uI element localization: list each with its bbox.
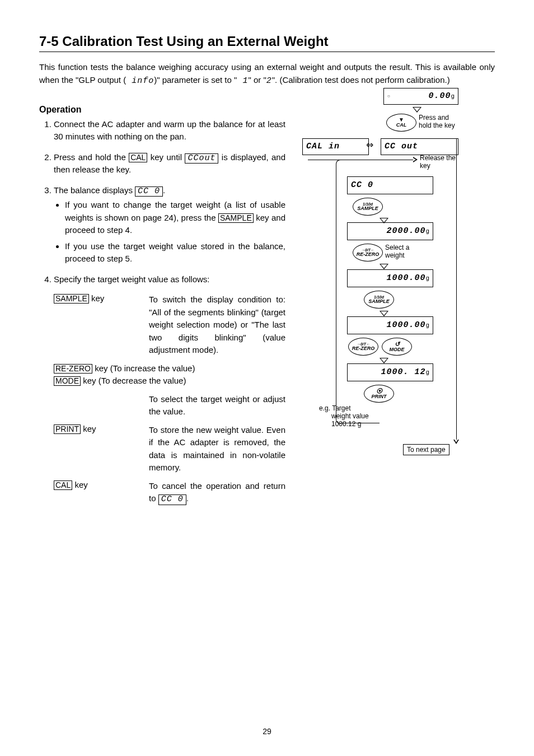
- page-title: 7-5 Calibration Test Using an External W…: [39, 34, 495, 49]
- step-4: Specify the target weight value as follo…: [54, 273, 285, 286]
- lcd-cal-in: CAL in: [302, 138, 369, 155]
- print-label: PRINT: [372, 394, 387, 399]
- swap-arrow-icon: ⇔: [366, 141, 373, 150]
- cal-suffix: key: [72, 480, 88, 489]
- arrow-right-icon: [413, 157, 418, 162]
- rezero-button-2[interactable]: →0/T← RE-ZERO: [348, 338, 378, 356]
- lcd-cc-out-val: CC out: [385, 142, 455, 151]
- cal-desc-b: .: [186, 493, 189, 503]
- intro-paragraph: This function tests the balance weighing…: [39, 60, 495, 88]
- rezero-button-1[interactable]: →0/T← RE-ZERO: [353, 244, 383, 262]
- intro-text-3: " or ": [248, 75, 266, 85]
- print-button[interactable]: ⦿ PRINT: [364, 385, 394, 403]
- step-2-text-b: key until: [147, 152, 185, 162]
- step-3-dot: .: [163, 185, 165, 195]
- lcd-100012: 1000. 12 g: [347, 363, 433, 381]
- lcd-cc-out: CC out: [381, 138, 458, 155]
- arrow-down-icon: [413, 107, 421, 113]
- lcd-100012-val: 1000. 12: [351, 367, 425, 377]
- rezero-suffix: key (To increase the value): [92, 363, 195, 373]
- arrow-d5: [380, 358, 388, 363]
- sample-btn2-label: SAMPLE: [368, 299, 390, 304]
- key-mode-box: MODE: [54, 376, 81, 386]
- lcd-000-val: 0.00: [391, 91, 451, 101]
- step-3: The balance displays CC 0 . If you want …: [54, 184, 285, 265]
- sample-key-suffix: key: [89, 293, 105, 303]
- rezero-btn-label: RE-ZERO: [357, 252, 380, 257]
- lcd-cc0: CC 0: [347, 176, 433, 194]
- print-key-label: PRINT key: [54, 424, 149, 474]
- release-note: Release the key: [420, 154, 459, 170]
- key-sample-box: SAMPLE: [54, 294, 89, 304]
- seg7-val1: 1: [237, 76, 248, 86]
- select-desc: To select the target weight or adjust th…: [149, 393, 285, 418]
- print-top: ⦿: [376, 388, 382, 394]
- return-vline: [456, 138, 457, 441]
- intro-text-2: )" parameter is set to ": [154, 75, 237, 85]
- mode-line: MODE key (To decrease the value): [54, 375, 285, 388]
- page-number: 29: [0, 727, 534, 736]
- arrow-d3: [380, 264, 388, 269]
- seg-cc0-b: CC 0: [158, 494, 186, 505]
- bracket-bottom: [340, 423, 380, 423]
- lcd-000-unit: g: [451, 93, 455, 100]
- example-note: e.g. Target weight value 1000.12 g: [319, 404, 369, 428]
- sample-button-2[interactable]: 1/10d SAMPLE: [364, 291, 394, 309]
- eg-line3: 1000.12 g: [331, 420, 369, 428]
- sample-button-label: SAMPLE: [357, 206, 378, 211]
- key-print-box: PRINT: [54, 424, 81, 434]
- rezero2-label: RE-ZERO: [352, 346, 375, 351]
- key-cal-box: CAL: [54, 480, 72, 490]
- eg-line1: e.g. Target: [319, 404, 369, 412]
- lcd-000: ○ 0.00 g: [383, 88, 458, 105]
- mode-button[interactable]: ↺ MODE: [382, 338, 412, 356]
- lcd-2000-unit: g: [425, 228, 429, 235]
- key-sample: SAMPLE: [218, 213, 254, 223]
- lcd-1000b-val: 1000.00: [351, 320, 425, 330]
- seg-cc0: CC 0: [135, 186, 163, 197]
- bracket-left: [336, 160, 341, 424]
- lcd-cc0-val: CC 0: [351, 180, 429, 190]
- arrow-d4: [380, 311, 388, 316]
- sample-button[interactable]: 1/10d SAMPLE: [353, 198, 383, 216]
- mode-suffix: key (To decrease the value): [81, 376, 186, 385]
- cal-key-label: CAL key: [54, 480, 149, 505]
- step-2: Press and hold the CAL key until CCout i…: [54, 151, 285, 176]
- lcd-100012-unit: g: [425, 369, 429, 376]
- eg-line2: weight value: [331, 412, 369, 420]
- seg7-info: info: [126, 76, 154, 86]
- sample-key-desc: To switch the display condition to: "All…: [149, 293, 285, 357]
- key-rezero-box: RE-ZERO: [54, 364, 92, 374]
- sample-key-label: SAMPLE key: [54, 293, 149, 357]
- select-weight-note: Select a weight: [385, 244, 424, 260]
- lcd-2000: 2000.00 g: [347, 222, 433, 240]
- step-3-text-a: The balance displays: [54, 185, 135, 195]
- lcd-1000a: 1000.00 g: [347, 269, 433, 287]
- lcd-2000-val: 2000.00: [351, 226, 425, 236]
- arrow-to-next: [453, 440, 459, 444]
- lcd-1000b: 1000.00 g: [347, 316, 433, 334]
- title-rule: [39, 52, 495, 52]
- connector-line-2: [339, 160, 413, 160]
- cal-button-label: CAL: [396, 123, 407, 128]
- print-suffix: key: [81, 424, 96, 433]
- seg7-val2: 2: [266, 76, 272, 86]
- select-spacer: [54, 393, 149, 418]
- cal-desc: To cancel the operation and return to CC…: [149, 480, 285, 505]
- lcd-1000a-unit: g: [425, 275, 429, 282]
- seg-ccout: CCout: [185, 153, 218, 164]
- lcd-cal-in-val: CAL in: [306, 142, 365, 151]
- next-page-box: To next page: [403, 444, 449, 455]
- step-3-bullet-2: If you use the target weight value store…: [65, 240, 285, 265]
- press-hold-note: Press and hold the key: [419, 114, 463, 130]
- key-cal: CAL: [129, 153, 147, 162]
- connector-line: [308, 160, 339, 160]
- intro-text-4: ". (Calibration test does not perform ca…: [272, 75, 450, 85]
- rezero-line: RE-ZERO key (To increase the value): [54, 362, 285, 375]
- operation-heading: Operation: [39, 105, 285, 115]
- print-desc: To store the new weight value. Even if t…: [149, 424, 285, 474]
- lcd-1000b-unit: g: [425, 322, 429, 329]
- cal-button[interactable]: ▼ CAL: [386, 114, 416, 132]
- step-3-bullet-1: If you want to change the target weight …: [65, 199, 285, 237]
- step-1: Connect the AC adapter and warm up the b…: [54, 118, 285, 143]
